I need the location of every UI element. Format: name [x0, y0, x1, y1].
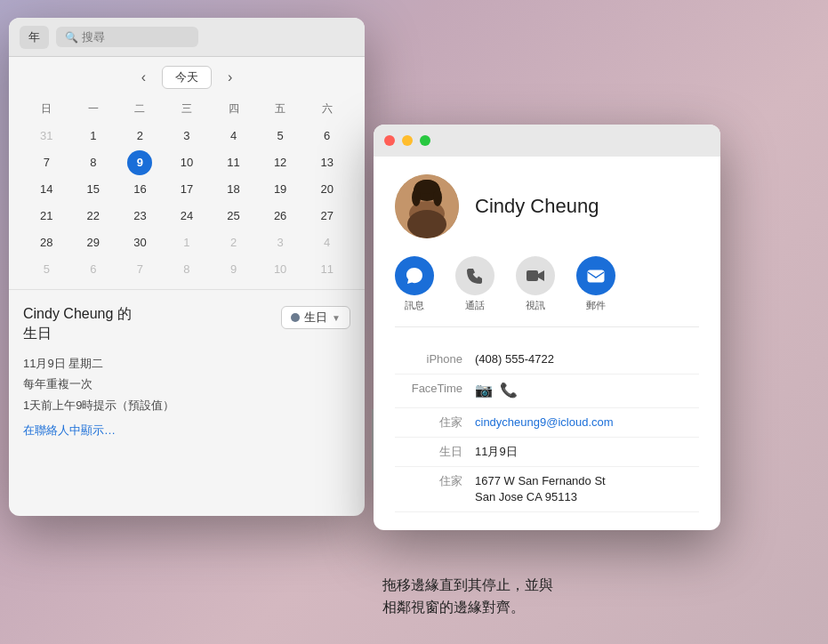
- calendar-day[interactable]: 29: [81, 230, 106, 255]
- calendar-day[interactable]: 9: [127, 150, 152, 175]
- next-month-button[interactable]: ›: [222, 68, 237, 87]
- calendar-day[interactable]: 2: [127, 124, 152, 149]
- weekday-thu: 四: [210, 98, 257, 120]
- calendar-day[interactable]: 19: [268, 177, 293, 202]
- event-title: Cindy Cheung 的 生日: [23, 304, 132, 344]
- calendar-day[interactable]: 16: [127, 177, 152, 202]
- weekday-wed: 三: [164, 98, 211, 120]
- birthday-value: 11月9日: [475, 444, 699, 460]
- calendar-day[interactable]: 18: [221, 177, 246, 202]
- contacts-window: Cindy Cheung 訊息 通話: [374, 125, 720, 530]
- maximize-button[interactable]: [420, 135, 430, 146]
- calendar-day[interactable]: 20: [315, 177, 340, 202]
- birthday-row: 生日 11月9日: [395, 438, 699, 467]
- weekday-tue: 二: [117, 98, 164, 120]
- calendar-day[interactable]: 1: [81, 124, 106, 149]
- video-action-button[interactable]: 視訊: [516, 256, 555, 312]
- calendar-day[interactable]: 13: [315, 150, 340, 175]
- mail-action-button[interactable]: 郵件: [576, 256, 615, 312]
- calendar-day[interactable]: 6: [81, 257, 106, 282]
- calendar-day[interactable]: 5: [34, 257, 59, 282]
- calendar-day[interactable]: 1: [174, 230, 199, 255]
- calendar-day[interactable]: 24: [174, 204, 199, 229]
- message-label: 訊息: [405, 299, 424, 312]
- calendar-day[interactable]: 26: [268, 204, 293, 229]
- calendar-day[interactable]: 8: [81, 150, 106, 175]
- calendar-day[interactable]: 7: [34, 150, 59, 175]
- email-label: 住家: [395, 415, 475, 431]
- calendar-day[interactable]: 28: [34, 230, 59, 255]
- event-category-selector[interactable]: 生日 ▼: [281, 306, 350, 329]
- calendar-day[interactable]: 8: [174, 257, 199, 282]
- address-row: 住家 1677 W San Fernando St San Jose CA 95…: [395, 467, 699, 512]
- calendar-day[interactable]: 25: [221, 204, 246, 229]
- facetime-phone-icon[interactable]: 📞: [500, 381, 518, 400]
- calendar-day[interactable]: 2: [221, 230, 246, 255]
- calendar-day[interactable]: 3: [268, 230, 293, 255]
- email-value[interactable]: cindycheung9@icloud.com: [475, 415, 699, 431]
- calendar-nav: ‹ 今天 ›: [9, 57, 365, 94]
- calendar-day[interactable]: 4: [221, 124, 246, 149]
- calendar-day[interactable]: 10: [174, 150, 199, 175]
- facetime-video-icon[interactable]: 📷: [475, 381, 493, 400]
- calendar-day[interactable]: 22: [81, 204, 106, 229]
- calendar-day[interactable]: 6: [315, 124, 340, 149]
- message-icon: [395, 256, 434, 295]
- event-title-row: Cindy Cheung 的 生日 生日 ▼: [23, 304, 350, 344]
- calendar-day[interactable]: 3: [174, 124, 199, 149]
- svg-point-7: [407, 210, 446, 238]
- year-button[interactable]: 年: [20, 26, 49, 49]
- calendar-titlebar: 年 🔍: [9, 18, 365, 57]
- calendar-day[interactable]: 21: [34, 204, 59, 229]
- address-value: 1677 W San Fernando St San Jose CA 95113: [475, 473, 699, 505]
- calendar-days: 3112345678910111213141516171819202122232…: [23, 124, 350, 282]
- message-action-button[interactable]: 訊息: [395, 256, 434, 312]
- prev-month-button[interactable]: ‹: [136, 68, 151, 87]
- calendar-day[interactable]: 31: [34, 124, 59, 149]
- dropdown-arrow-icon: ▼: [332, 313, 341, 323]
- minimize-button[interactable]: [402, 135, 413, 146]
- mail-label: 郵件: [586, 299, 606, 312]
- calendar-weekdays: 日 一 二 三 四 五 六: [23, 98, 350, 120]
- calendar-day[interactable]: 30: [127, 230, 152, 255]
- call-action-button[interactable]: 通話: [455, 256, 494, 312]
- calendar-day[interactable]: 15: [81, 177, 106, 202]
- weekday-fri: 五: [257, 98, 304, 120]
- birthday-label: 生日: [395, 444, 475, 460]
- calendar-day[interactable]: 14: [34, 177, 59, 202]
- contact-actions: 訊息 通話 視訊: [395, 256, 699, 327]
- video-icon: [516, 256, 555, 295]
- event-reminder-line: 1天前上午9時提示（預設值）: [23, 395, 350, 415]
- calendar-day[interactable]: 27: [315, 204, 340, 229]
- iphone-value[interactable]: (408) 555-4722: [475, 351, 699, 367]
- today-button[interactable]: 今天: [162, 66, 212, 89]
- iphone-row: iPhone (408) 555-4722: [395, 345, 699, 374]
- calendar-day[interactable]: 11: [315, 257, 340, 282]
- close-button[interactable]: [384, 135, 395, 146]
- avatar: [395, 174, 459, 238]
- calendar-day[interactable]: 11: [221, 150, 246, 175]
- iphone-label: iPhone: [395, 351, 475, 367]
- calendar-grid: 日 一 二 三 四 五 六 31123456789101112131415161…: [9, 94, 365, 286]
- facetime-row: FaceTime 📷 📞: [395, 374, 699, 407]
- calendar-day[interactable]: 7: [127, 257, 152, 282]
- calendar-day[interactable]: 23: [127, 204, 152, 229]
- calendar-day[interactable]: 5: [268, 124, 293, 149]
- event-repeat-line: 每年重複一次: [23, 374, 350, 394]
- search-input[interactable]: [82, 30, 189, 44]
- contacts-body: Cindy Cheung 訊息 通話: [374, 157, 720, 530]
- address-label: 住家: [395, 473, 475, 489]
- calendar-day[interactable]: 4: [315, 230, 340, 255]
- calendar-day[interactable]: 12: [268, 150, 293, 175]
- svg-rect-12: [527, 270, 538, 281]
- calendar-day[interactable]: 9: [221, 257, 246, 282]
- show-in-contacts-link[interactable]: 在聯絡人中顯示…: [23, 423, 116, 439]
- connector-line: [372, 409, 374, 480]
- calendar-day[interactable]: 17: [174, 177, 199, 202]
- call-label: 通話: [465, 299, 485, 312]
- weekday-sun: 日: [23, 98, 70, 120]
- svg-point-11: [415, 180, 438, 194]
- event-detail: Cindy Cheung 的 生日 生日 ▼ 11月9日 星期二 每年重複一次 …: [9, 289, 365, 449]
- calendar-day[interactable]: 10: [268, 257, 293, 282]
- category-dot: [291, 313, 300, 322]
